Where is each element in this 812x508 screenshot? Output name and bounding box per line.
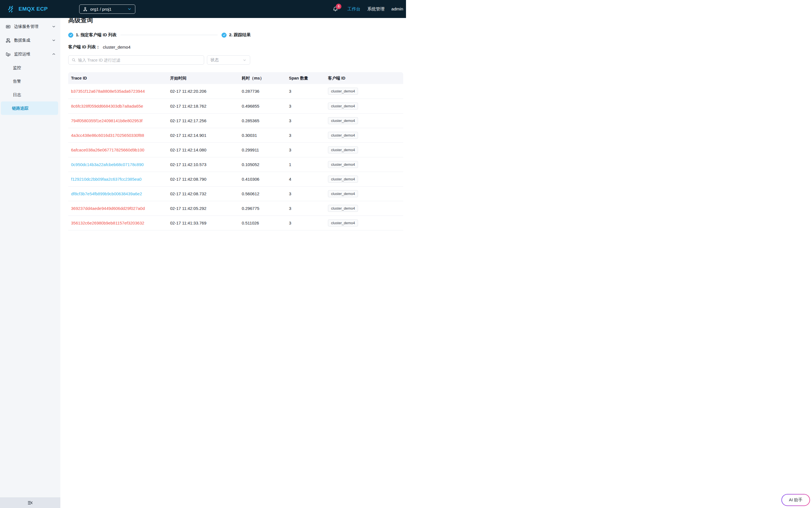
monitoring-ops-icon [6, 52, 11, 57]
duration-cell: 0.299911 [242, 142, 289, 157]
trace-id-search-box [68, 55, 204, 65]
duration-cell: 0.287736 [242, 84, 289, 99]
trace-id-link[interactable]: f129210dc2bb09faa2c637fcc2385ea0 [71, 177, 142, 181]
chevron-down-icon [243, 58, 246, 62]
duration-cell: 0.511026 [242, 215, 289, 230]
duration-cell: 0.296775 [242, 201, 289, 215]
sidebar-subitem-monitoring[interactable]: 监控 [1, 61, 58, 75]
trace-id-link[interactable]: 369237dd4aede9449d606dd29f027a0d [71, 206, 145, 211]
emqx-logo-icon [7, 5, 15, 13]
column-header-start-time: 开始时间 [170, 72, 242, 84]
trace-id-search-input[interactable] [78, 58, 201, 62]
step-1-check-icon [68, 33, 73, 38]
step-connector [121, 35, 218, 35]
org-project-selector[interactable]: org1 / proj1 [79, 4, 135, 14]
data-integration-icon [6, 38, 11, 43]
start-time-cell: 02-17 11:41:33.769 [170, 215, 242, 230]
chevron-down-icon [52, 38, 56, 42]
client-id-tag: cluster_demo4 [328, 146, 358, 154]
duration-cell: 0.285365 [242, 113, 289, 128]
notifications-button[interactable]: 6 [332, 6, 341, 12]
client-id-tag: cluster_demo4 [328, 102, 358, 110]
client-id-tag: cluster_demo4 [328, 219, 358, 226]
start-time-cell: 02-17 11:42:17.256 [170, 113, 242, 128]
step-1-label: 1. 指定客户端 ID 列表 [76, 32, 116, 38]
span-count-cell: 3 [289, 186, 328, 201]
duration-cell: 0.30031 [242, 128, 289, 142]
filter-row: 状态 [68, 55, 403, 65]
client-id-tag: cluster_demo4 [328, 190, 358, 197]
table-row: 369237dd4aede9449d606dd29f027a0d02-17 11… [68, 201, 403, 215]
start-time-cell: 02-17 11:42:14.901 [170, 128, 242, 142]
sidebar-subitem-alarms[interactable]: 告警 [1, 75, 58, 88]
chevron-down-icon [52, 25, 56, 29]
sidebar-item-label: 数据集成 [14, 38, 30, 43]
trace-id-link[interactable]: 6afcace038a26e067717825660d9b100 [71, 147, 144, 152]
column-header-duration: 耗时（ms） [242, 72, 289, 84]
trace-id-link[interactable]: 8c6fc328f059dd6684303db7a8ada65e [71, 104, 143, 109]
trace-id-link[interactable]: 794f0580355f1e24098141b8e802953f [71, 118, 142, 123]
sidebar-item-label: 边缘服务管理 [14, 24, 39, 29]
step-2-check-icon [222, 33, 227, 38]
nav-system-management[interactable]: 系统管理 [367, 6, 385, 12]
org-project-label: org1 / proj1 [90, 7, 111, 11]
start-time-cell: 02-17 11:42:08.732 [170, 186, 242, 201]
notification-count-badge: 6 [336, 4, 341, 9]
sidebar-item-label: 监控运维 [14, 51, 30, 57]
steps-bar: 1. 指定客户端 ID 列表 2. 跟踪结果 [68, 32, 403, 38]
trace-id-link[interactable]: df8cf3b7e54fb899b9cb00638439a6e2 [71, 192, 142, 196]
brand-name: EMQX ECP [18, 6, 48, 12]
column-header-span-count: Span 数量 [289, 72, 328, 84]
sidebar-item-edge-service[interactable]: 边缘服务管理 [0, 20, 60, 34]
table-row: b37351f12a678a8808e535ada672394402-17 11… [68, 84, 403, 99]
sidebar-item-monitoring-ops[interactable]: 监控运维 [0, 47, 60, 61]
table-row: 0c950dc14b3a22afcbeb68c07178c89002-17 11… [68, 157, 403, 172]
trace-id-link[interactable]: 0c950dc14b3a22afcbeb68c07178c890 [71, 162, 144, 167]
sidebar-subitem-trace[interactable]: 链路追踪 [1, 101, 58, 115]
trace-id-link[interactable]: 356132c6e26980b9eb81157ef3203632 [71, 220, 144, 225]
start-time-cell: 02-17 11:42:10.573 [170, 157, 242, 172]
status-select[interactable]: 状态 [207, 55, 250, 65]
span-count-cell: 3 [289, 215, 328, 230]
chevron-down-icon [127, 7, 132, 11]
client-id-list-label: 客户端 ID 列表： [68, 44, 100, 50]
start-time-cell: 02-17 11:42:18.762 [170, 99, 242, 113]
top-header: EMQX ECP org1 / proj1 6 工作台 [0, 0, 406, 18]
client-id-tag: cluster_demo4 [328, 205, 358, 212]
table-row: 794f0580355f1e24098141b8e802953f02-17 11… [68, 113, 403, 128]
duration-cell: 0.560612 [242, 186, 289, 201]
trace-id-link[interactable]: b37351f12a678a8808e535ada6723944 [71, 89, 145, 93]
chevron-up-icon [52, 52, 56, 56]
nav-user-admin[interactable]: admin [391, 6, 403, 11]
start-time-cell: 02-17 11:42:14.080 [170, 142, 242, 157]
client-id-tag: cluster_demo4 [328, 161, 358, 168]
client-id-tag: cluster_demo4 [328, 176, 358, 183]
trace-id-link[interactable]: 4a3cc438e86c6016d317025650330f88 [71, 133, 144, 138]
step-2-label: 2. 跟踪结果 [229, 32, 251, 38]
status-select-placeholder: 状态 [210, 57, 219, 62]
span-count-cell: 3 [289, 84, 328, 99]
span-count-cell: 3 [289, 99, 328, 113]
search-icon [71, 58, 76, 62]
client-id-list-row: 客户端 ID 列表： cluster_demo4 [68, 44, 403, 50]
client-id-tag: cluster_demo4 [328, 132, 358, 139]
start-time-cell: 02-17 11:42:20.206 [170, 84, 242, 99]
span-count-cell: 4 [289, 172, 328, 186]
client-id-list-value: cluster_demo4 [103, 45, 130, 49]
sidebar-item-data-integration[interactable]: 数据集成 [0, 34, 60, 47]
app-logo: EMQX ECP [7, 5, 48, 13]
main-content: 链路追踪 / 高级查询 高级查询 1. 指定客户端 ID 列表 2. 跟踪结果 … [60, 0, 406, 230]
table-row: 4a3cc438e86c6016d317025650330f8802-17 11… [68, 128, 403, 142]
client-id-tag: cluster_demo4 [328, 88, 358, 95]
trace-table: Trace ID 开始时间 耗时（ms） Span 数量 客户端 ID b373… [68, 72, 403, 230]
sidebar: 边缘服务管理 数据集成 [0, 18, 60, 254]
client-id-tag: cluster_demo4 [328, 117, 358, 124]
edge-service-icon [6, 24, 11, 29]
span-count-cell: 3 [289, 113, 328, 128]
duration-cell: 0.496855 [242, 99, 289, 113]
sidebar-subitem-logs[interactable]: 日志 [1, 88, 58, 101]
nav-workbench[interactable]: 工作台 [347, 6, 361, 12]
column-header-client-id: 客户端 ID [328, 72, 403, 84]
duration-cell: 0.105052 [242, 157, 289, 172]
table-row: f129210dc2bb09faa2c637fcc2385ea002-17 11… [68, 172, 403, 186]
